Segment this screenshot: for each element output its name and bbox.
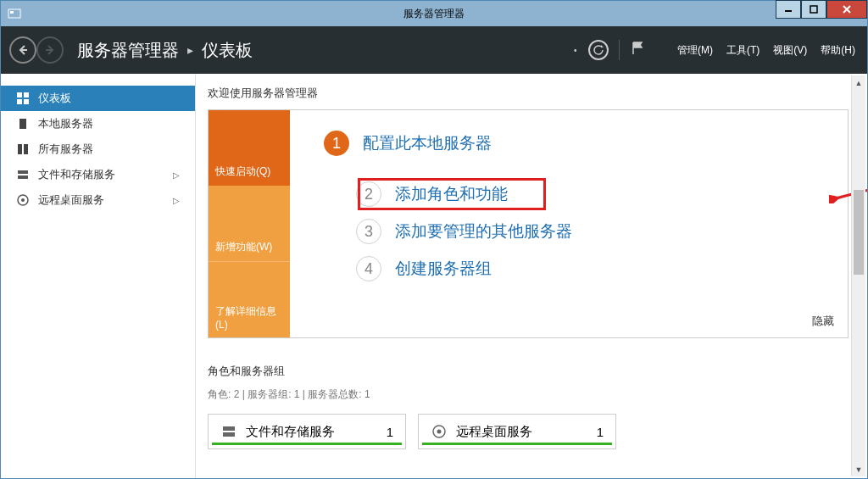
sidebar-item-label: 仪表板 <box>38 91 71 106</box>
breadcrumb-dropdown[interactable]: • <box>574 46 581 55</box>
scroll-up-arrow[interactable]: ▲ <box>852 75 865 90</box>
role-count: 1 <box>387 425 393 439</box>
breadcrumb: 服务器管理器 ▸ 仪表板 <box>77 39 253 62</box>
sidebar-item-label: 所有服务器 <box>38 142 93 157</box>
remote-desktop-icon <box>16 193 30 207</box>
breadcrumb-current: 仪表板 <box>202 39 253 62</box>
step-number: 2 <box>356 181 381 207</box>
step-link-create-group[interactable]: 创建服务器组 <box>395 258 492 280</box>
svg-rect-9 <box>24 92 29 97</box>
role-card-remote-desktop[interactable]: 远程桌面服务 1 <box>418 414 616 449</box>
sidebar-item-all-servers[interactable]: 所有服务器 <box>1 136 195 162</box>
window-titlebar: 服务器管理器 <box>0 0 868 26</box>
chevron-right-icon: ▷ <box>173 170 180 180</box>
divider <box>619 40 620 60</box>
role-name: 文件和存储服务 <box>246 424 378 440</box>
menu-tools[interactable]: 工具(T) <box>723 40 763 61</box>
tile-tabs: 快速启动(Q) 新增功能(W) 了解详细信息(L) <box>209 110 290 337</box>
main-panel: 欢迎使用服务器管理器 快速启动(Q) 新增功能(W) 了解详细信息(L) 1 配… <box>196 74 867 478</box>
step-3: 3 添加要管理的其他服务器 <box>356 219 831 244</box>
step-2: 2 添加角色和功能 <box>356 181 831 207</box>
roles-row: 文件和存储服务 1 远程桌面服务 1 <box>208 414 849 449</box>
step-link-add-roles[interactable]: 添加角色和功能 <box>395 183 508 205</box>
svg-rect-19 <box>223 426 235 431</box>
nav-header: 服务器管理器 ▸ 仪表板 • 管理(M) 工具(T) 视图(V) 帮助(H) <box>0 26 868 74</box>
menu-help[interactable]: 帮助(H) <box>817 40 859 61</box>
svg-rect-3 <box>810 6 817 13</box>
notifications-flag-icon[interactable] <box>630 41 645 60</box>
step-number: 1 <box>324 131 349 156</box>
storage-icon <box>220 423 237 440</box>
window-title: 服务器管理器 <box>403 7 465 21</box>
svg-rect-20 <box>223 432 235 437</box>
tab-learnmore[interactable]: 了解详细信息(L) <box>209 261 290 337</box>
sidebar-item-dashboard[interactable]: 仪表板 <box>1 86 195 111</box>
status-accent <box>422 443 612 445</box>
step-1: 1 配置此本地服务器 <box>324 131 831 156</box>
svg-rect-10 <box>17 99 22 104</box>
nav-forward-button[interactable] <box>36 36 64 64</box>
step-link-add-servers[interactable]: 添加要管理的其他服务器 <box>395 220 572 242</box>
step-4: 4 创建服务器组 <box>356 256 831 281</box>
maximize-button[interactable] <box>801 0 826 19</box>
scroll-down-arrow[interactable]: ▼ <box>852 462 865 476</box>
remote-desktop-icon <box>431 423 448 440</box>
tile-content: 1 配置此本地服务器 2 添加角色和功能 3 添加要管理的其他服务器 4 创建服… <box>290 110 848 337</box>
refresh-button[interactable] <box>588 40 609 60</box>
menu-manage[interactable]: 管理(M) <box>674 40 716 61</box>
sidebar-item-label: 本地服务器 <box>38 116 93 131</box>
scrollbar[interactable]: ▲ ▼ <box>851 75 865 476</box>
sidebar-item-label: 文件和存储服务 <box>38 167 115 182</box>
nav-right: • 管理(M) 工具(T) 视图(V) 帮助(H) <box>574 40 859 61</box>
svg-point-18 <box>21 198 25 202</box>
chevron-right-icon: ▷ <box>173 196 180 205</box>
sidebar-item-remote-desktop[interactable]: 远程桌面服务 ▷ <box>1 187 195 213</box>
welcome-tile: 快速启动(Q) 新增功能(W) 了解详细信息(L) 1 配置此本地服务器 2 添… <box>208 109 849 338</box>
tab-quickstart[interactable]: 快速启动(Q) <box>209 110 290 186</box>
svg-rect-16 <box>18 175 28 179</box>
role-card-storage[interactable]: 文件和存储服务 1 <box>208 414 406 449</box>
role-count: 1 <box>597 425 604 439</box>
storage-icon <box>16 168 30 181</box>
content-wrapper: 仪表板 本地服务器 所有服务器 文件和存储服务 ▷ 远程桌面服务 ▷ 欢迎使用服… <box>0 74 868 479</box>
roles-title: 角色和服务器组 <box>208 364 849 379</box>
roles-subtitle: 角色: 2 | 服务器组: 1 | 服务器总数: 1 <box>208 387 849 402</box>
minimize-button[interactable] <box>776 0 801 19</box>
svg-rect-1 <box>10 11 14 14</box>
sidebar-item-local-server[interactable]: 本地服务器 <box>1 111 195 136</box>
svg-rect-11 <box>24 99 29 104</box>
step-number: 4 <box>356 256 381 281</box>
status-accent <box>212 443 402 445</box>
app-icon <box>6 5 23 22</box>
menu-view[interactable]: 视图(V) <box>770 40 810 61</box>
svg-rect-8 <box>17 92 22 97</box>
svg-rect-12 <box>19 119 26 129</box>
dashboard-icon <box>16 92 30 105</box>
tab-whatsnew[interactable]: 新增功能(W) <box>209 186 290 261</box>
svg-point-22 <box>437 430 442 434</box>
svg-rect-13 <box>18 144 22 154</box>
close-button[interactable] <box>826 0 867 19</box>
local-server-icon <box>16 117 30 131</box>
step-number: 3 <box>356 219 381 244</box>
svg-rect-14 <box>24 144 28 154</box>
role-name: 远程桌面服务 <box>456 424 588 440</box>
step-link-configure-local[interactable]: 配置此本地服务器 <box>363 132 492 154</box>
breadcrumb-root[interactable]: 服务器管理器 <box>77 39 179 62</box>
window-controls <box>776 1 867 26</box>
hide-link[interactable]: 隐藏 <box>812 314 834 329</box>
scroll-thumb[interactable] <box>854 190 864 275</box>
all-servers-icon <box>16 142 30 156</box>
welcome-title: 欢迎使用服务器管理器 <box>208 86 849 101</box>
nav-back-button[interactable] <box>9 36 36 64</box>
svg-rect-15 <box>18 170 28 174</box>
sidebar-item-storage[interactable]: 文件和存储服务 ▷ <box>1 162 195 187</box>
chevron-right-icon: ▸ <box>187 43 193 57</box>
sidebar-item-label: 远程桌面服务 <box>38 192 104 208</box>
nav-arrows <box>9 36 64 64</box>
sidebar: 仪表板 本地服务器 所有服务器 文件和存储服务 ▷ 远程桌面服务 ▷ <box>1 74 196 478</box>
